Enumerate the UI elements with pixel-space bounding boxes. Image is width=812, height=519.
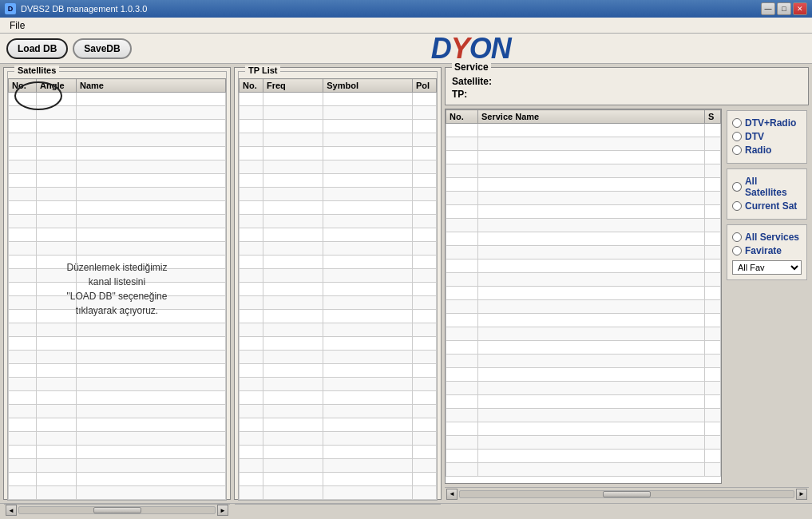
table-row <box>9 269 226 283</box>
table-row <box>9 215 226 228</box>
table-row <box>240 323 437 337</box>
service-filter-group: All Services Favirate All Fav <box>727 224 807 280</box>
table-row <box>9 256 226 269</box>
type-options-group: DTV+Radio DTV Radio <box>727 110 807 164</box>
main-content: Satellites No. Angle Name <box>0 64 812 503</box>
table-row <box>446 409 721 422</box>
favirate-option[interactable]: Favirate <box>732 245 802 256</box>
radio-option[interactable]: Radio <box>732 145 802 156</box>
table-row <box>9 418 226 432</box>
table-row <box>446 422 721 436</box>
table-row <box>9 133 226 147</box>
table-row <box>240 269 437 283</box>
dtv-option[interactable]: DTV <box>732 131 802 142</box>
table-row <box>9 405 226 418</box>
table-row <box>240 296 437 310</box>
service-group-label: Service <box>452 61 491 73</box>
file-menu[interactable]: File <box>3 18 31 33</box>
dtv-label: DTV <box>745 131 764 142</box>
table-row <box>9 283 226 296</box>
table-row <box>446 124 721 137</box>
service-scroll-track[interactable] <box>459 490 794 498</box>
table-row <box>9 160 226 174</box>
title-bar: D DVBS2 DB management 1.0.3.0 — □ ✕ <box>0 0 812 18</box>
all-services-radio[interactable] <box>732 232 742 242</box>
close-button[interactable]: ✕ <box>793 2 807 15</box>
table-row <box>9 174 226 188</box>
table-row <box>446 232 721 246</box>
service-area: Service Satellite: TP: No. Service Name <box>445 67 809 500</box>
tp-table: No. Freq Symbol Pol <box>239 78 437 500</box>
table-row <box>240 283 437 296</box>
table-row <box>9 93 226 106</box>
table-row <box>446 219 721 232</box>
table-row <box>446 368 721 382</box>
all-services-option[interactable]: All Services <box>732 232 802 243</box>
table-row <box>240 147 437 160</box>
tp-scrollbar <box>235 504 441 505</box>
table-row <box>446 260 721 273</box>
service-scroll-right[interactable]: ► <box>796 489 807 500</box>
all-services-label: All Services <box>745 232 799 243</box>
table-row <box>9 188 226 201</box>
table-row <box>240 391 437 405</box>
table-row <box>9 351 226 364</box>
table-row <box>240 364 437 378</box>
table-row <box>9 147 226 160</box>
save-db-button[interactable]: SaveDB <box>73 38 131 59</box>
table-row <box>446 287 721 300</box>
table-row <box>9 473 226 486</box>
scroll-left-arrow[interactable]: ◄ <box>6 505 17 516</box>
app-title: DVBS2 DB management 1.0.3.0 <box>21 4 147 14</box>
tp-col-pol: Pol <box>413 79 437 93</box>
current-sat-radio[interactable] <box>732 201 742 211</box>
table-row <box>240 473 437 486</box>
table-row <box>446 246 721 260</box>
table-row <box>240 486 437 500</box>
favirate-radio[interactable] <box>732 246 742 256</box>
tp-col-freq: Freq <box>263 79 323 93</box>
satellites-panel-title: Satellites <box>14 65 59 75</box>
table-row <box>240 133 437 147</box>
scroll-track[interactable] <box>18 506 216 514</box>
all-satellites-radio[interactable] <box>732 182 742 192</box>
app-icon: D <box>5 3 16 14</box>
fav-dropdown[interactable]: All Fav <box>732 260 802 275</box>
all-satellites-label: All Satellites <box>745 176 802 198</box>
table-row <box>9 201 226 215</box>
all-satellites-option[interactable]: All Satellites <box>732 176 802 198</box>
dtv-radio-label: DTV+Radio <box>745 117 796 129</box>
table-row <box>240 337 437 351</box>
radio-radio[interactable] <box>732 145 742 155</box>
tp-panel-title: TP List <box>245 65 280 75</box>
dtv-radio-option[interactable]: DTV+Radio <box>732 117 802 129</box>
service-scroll-left[interactable]: ◄ <box>446 489 457 500</box>
table-row <box>240 93 437 106</box>
table-row <box>446 463 721 477</box>
table-row <box>446 300 721 314</box>
maximize-button[interactable]: □ <box>777 2 791 15</box>
table-row <box>446 192 721 205</box>
table-row <box>240 351 437 364</box>
dyon-logo: DYON <box>431 32 511 65</box>
table-row <box>240 378 437 391</box>
load-db-button[interactable]: Load DB <box>6 38 68 59</box>
table-row <box>9 310 226 323</box>
minimize-button[interactable]: — <box>761 2 775 15</box>
table-row <box>9 364 226 378</box>
service-scrollbar: ◄ ► <box>445 487 809 500</box>
satellites-col-name: Name <box>77 79 226 93</box>
current-sat-option[interactable]: Current Sat <box>732 200 802 212</box>
table-row <box>240 201 437 215</box>
table-row <box>240 120 437 133</box>
table-row <box>9 391 226 405</box>
dtv-radio-radio[interactable] <box>732 118 742 128</box>
table-row <box>240 188 437 201</box>
table-row <box>9 337 226 351</box>
scroll-right-arrow[interactable]: ► <box>217 505 228 516</box>
dtv-radio[interactable] <box>732 132 742 141</box>
service-scroll-thumb <box>603 491 651 497</box>
table-row <box>240 215 437 228</box>
table-row <box>9 432 226 446</box>
scroll-thumb <box>93 507 141 513</box>
